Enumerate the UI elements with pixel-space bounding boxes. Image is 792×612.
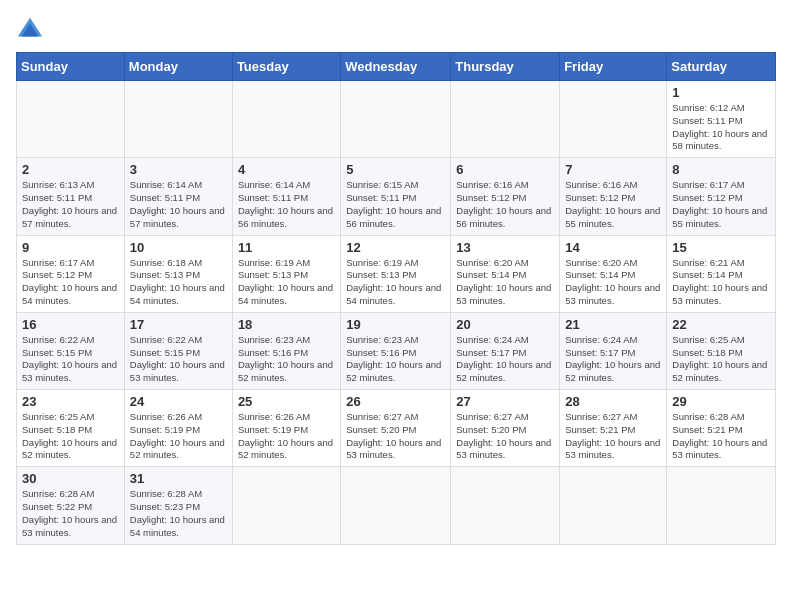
day-cell-11: 11Sunrise: 6:19 AMSunset: 5:13 PMDayligh… (232, 235, 340, 312)
calendar-week-3: 9Sunrise: 6:17 AMSunset: 5:12 PMDaylight… (17, 235, 776, 312)
day-info: Sunrise: 6:23 AMSunset: 5:16 PMDaylight:… (238, 334, 335, 385)
day-cell-9: 9Sunrise: 6:17 AMSunset: 5:12 PMDaylight… (17, 235, 125, 312)
day-number: 10 (130, 240, 227, 255)
day-cell-27: 27Sunrise: 6:27 AMSunset: 5:20 PMDayligh… (451, 390, 560, 467)
day-number: 15 (672, 240, 770, 255)
calendar-week-5: 23Sunrise: 6:25 AMSunset: 5:18 PMDayligh… (17, 390, 776, 467)
empty-cell (232, 467, 340, 544)
day-number: 30 (22, 471, 119, 486)
day-info: Sunrise: 6:14 AMSunset: 5:11 PMDaylight:… (238, 179, 335, 230)
day-info: Sunrise: 6:17 AMSunset: 5:12 PMDaylight:… (22, 257, 119, 308)
day-header-wednesday: Wednesday (341, 53, 451, 81)
day-info: Sunrise: 6:24 AMSunset: 5:17 PMDaylight:… (456, 334, 554, 385)
empty-cell (451, 81, 560, 158)
day-info: Sunrise: 6:27 AMSunset: 5:20 PMDaylight:… (456, 411, 554, 462)
empty-cell (560, 467, 667, 544)
calendar-week-2: 2Sunrise: 6:13 AMSunset: 5:11 PMDaylight… (17, 158, 776, 235)
day-number: 22 (672, 317, 770, 332)
day-cell-4: 4Sunrise: 6:14 AMSunset: 5:11 PMDaylight… (232, 158, 340, 235)
day-info: Sunrise: 6:13 AMSunset: 5:11 PMDaylight:… (22, 179, 119, 230)
day-number: 7 (565, 162, 661, 177)
day-cell-18: 18Sunrise: 6:23 AMSunset: 5:16 PMDayligh… (232, 312, 340, 389)
day-number: 27 (456, 394, 554, 409)
day-info: Sunrise: 6:21 AMSunset: 5:14 PMDaylight:… (672, 257, 770, 308)
day-info: Sunrise: 6:28 AMSunset: 5:21 PMDaylight:… (672, 411, 770, 462)
day-number: 19 (346, 317, 445, 332)
day-number: 29 (672, 394, 770, 409)
day-info: Sunrise: 6:19 AMSunset: 5:13 PMDaylight:… (346, 257, 445, 308)
day-header-sunday: Sunday (17, 53, 125, 81)
day-cell-26: 26Sunrise: 6:27 AMSunset: 5:20 PMDayligh… (341, 390, 451, 467)
empty-cell (341, 81, 451, 158)
calendar-table: SundayMondayTuesdayWednesdayThursdayFrid… (16, 52, 776, 545)
day-info: Sunrise: 6:12 AMSunset: 5:11 PMDaylight:… (672, 102, 770, 153)
day-number: 2 (22, 162, 119, 177)
day-info: Sunrise: 6:28 AMSunset: 5:23 PMDaylight:… (130, 488, 227, 539)
day-cell-31: 31Sunrise: 6:28 AMSunset: 5:23 PMDayligh… (124, 467, 232, 544)
day-info: Sunrise: 6:25 AMSunset: 5:18 PMDaylight:… (672, 334, 770, 385)
day-cell-29: 29Sunrise: 6:28 AMSunset: 5:21 PMDayligh… (667, 390, 776, 467)
day-info: Sunrise: 6:15 AMSunset: 5:11 PMDaylight:… (346, 179, 445, 230)
day-number: 17 (130, 317, 227, 332)
day-cell-22: 22Sunrise: 6:25 AMSunset: 5:18 PMDayligh… (667, 312, 776, 389)
day-cell-23: 23Sunrise: 6:25 AMSunset: 5:18 PMDayligh… (17, 390, 125, 467)
day-number: 20 (456, 317, 554, 332)
day-cell-12: 12Sunrise: 6:19 AMSunset: 5:13 PMDayligh… (341, 235, 451, 312)
empty-cell (451, 467, 560, 544)
day-header-saturday: Saturday (667, 53, 776, 81)
empty-cell (560, 81, 667, 158)
day-number: 5 (346, 162, 445, 177)
empty-cell (232, 81, 340, 158)
day-number: 6 (456, 162, 554, 177)
day-cell-7: 7Sunrise: 6:16 AMSunset: 5:12 PMDaylight… (560, 158, 667, 235)
day-cell-15: 15Sunrise: 6:21 AMSunset: 5:14 PMDayligh… (667, 235, 776, 312)
day-number: 4 (238, 162, 335, 177)
logo (16, 16, 48, 44)
empty-cell (17, 81, 125, 158)
day-cell-10: 10Sunrise: 6:18 AMSunset: 5:13 PMDayligh… (124, 235, 232, 312)
day-header-friday: Friday (560, 53, 667, 81)
day-info: Sunrise: 6:14 AMSunset: 5:11 PMDaylight:… (130, 179, 227, 230)
day-info: Sunrise: 6:28 AMSunset: 5:22 PMDaylight:… (22, 488, 119, 539)
day-info: Sunrise: 6:26 AMSunset: 5:19 PMDaylight:… (238, 411, 335, 462)
day-info: Sunrise: 6:20 AMSunset: 5:14 PMDaylight:… (565, 257, 661, 308)
empty-cell (667, 467, 776, 544)
day-number: 23 (22, 394, 119, 409)
day-number: 13 (456, 240, 554, 255)
day-number: 31 (130, 471, 227, 486)
day-info: Sunrise: 6:27 AMSunset: 5:20 PMDaylight:… (346, 411, 445, 462)
day-number: 28 (565, 394, 661, 409)
day-number: 16 (22, 317, 119, 332)
day-cell-8: 8Sunrise: 6:17 AMSunset: 5:12 PMDaylight… (667, 158, 776, 235)
empty-cell (341, 467, 451, 544)
calendar-week-4: 16Sunrise: 6:22 AMSunset: 5:15 PMDayligh… (17, 312, 776, 389)
day-number: 14 (565, 240, 661, 255)
day-info: Sunrise: 6:16 AMSunset: 5:12 PMDaylight:… (456, 179, 554, 230)
day-cell-5: 5Sunrise: 6:15 AMSunset: 5:11 PMDaylight… (341, 158, 451, 235)
day-number: 26 (346, 394, 445, 409)
day-info: Sunrise: 6:17 AMSunset: 5:12 PMDaylight:… (672, 179, 770, 230)
day-info: Sunrise: 6:23 AMSunset: 5:16 PMDaylight:… (346, 334, 445, 385)
day-cell-1: 1Sunrise: 6:12 AMSunset: 5:11 PMDaylight… (667, 81, 776, 158)
day-info: Sunrise: 6:22 AMSunset: 5:15 PMDaylight:… (130, 334, 227, 385)
day-cell-13: 13Sunrise: 6:20 AMSunset: 5:14 PMDayligh… (451, 235, 560, 312)
day-cell-24: 24Sunrise: 6:26 AMSunset: 5:19 PMDayligh… (124, 390, 232, 467)
day-cell-21: 21Sunrise: 6:24 AMSunset: 5:17 PMDayligh… (560, 312, 667, 389)
day-info: Sunrise: 6:26 AMSunset: 5:19 PMDaylight:… (130, 411, 227, 462)
day-number: 3 (130, 162, 227, 177)
day-number: 25 (238, 394, 335, 409)
day-number: 1 (672, 85, 770, 100)
calendar-week-1: 1Sunrise: 6:12 AMSunset: 5:11 PMDaylight… (17, 81, 776, 158)
day-cell-14: 14Sunrise: 6:20 AMSunset: 5:14 PMDayligh… (560, 235, 667, 312)
day-header-tuesday: Tuesday (232, 53, 340, 81)
day-info: Sunrise: 6:27 AMSunset: 5:21 PMDaylight:… (565, 411, 661, 462)
logo-icon (16, 16, 44, 44)
day-info: Sunrise: 6:25 AMSunset: 5:18 PMDaylight:… (22, 411, 119, 462)
day-info: Sunrise: 6:16 AMSunset: 5:12 PMDaylight:… (565, 179, 661, 230)
empty-cell (124, 81, 232, 158)
day-cell-3: 3Sunrise: 6:14 AMSunset: 5:11 PMDaylight… (124, 158, 232, 235)
day-cell-30: 30Sunrise: 6:28 AMSunset: 5:22 PMDayligh… (17, 467, 125, 544)
day-number: 21 (565, 317, 661, 332)
day-cell-28: 28Sunrise: 6:27 AMSunset: 5:21 PMDayligh… (560, 390, 667, 467)
day-cell-16: 16Sunrise: 6:22 AMSunset: 5:15 PMDayligh… (17, 312, 125, 389)
